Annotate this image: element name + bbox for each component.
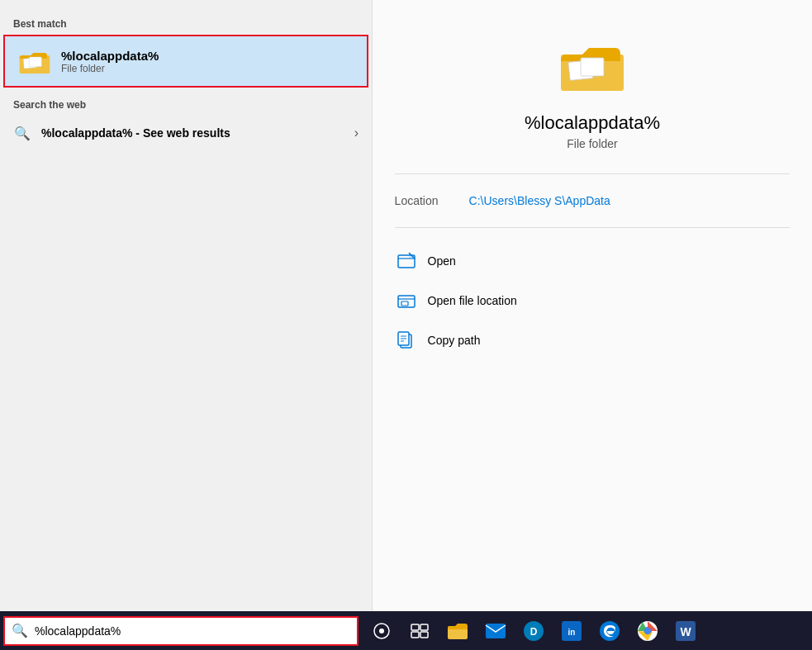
best-match-label: Best match	[0, 13, 372, 33]
open-label: Open	[428, 254, 456, 268]
copy-path-label: Copy path	[428, 334, 481, 347]
svg-rect-15	[411, 632, 419, 638]
best-match-title: %localappdata%	[61, 49, 159, 63]
web-result-text: %localappdata% - See web results	[41, 126, 354, 140]
svg-rect-16	[420, 632, 428, 638]
folder-icon-large	[18, 45, 51, 78]
right-panel: %localappdata% File folder Location C:\U…	[372, 0, 812, 611]
svg-rect-8	[401, 301, 408, 306]
taskbar: 🔍 D	[0, 611, 812, 650]
open-file-location-label: Open file location	[428, 294, 517, 307]
best-match-item[interactable]: %localappdata% File folder	[3, 35, 368, 88]
taskbar-search-icon: 🔍	[12, 623, 28, 638]
open-file-location-icon	[395, 289, 418, 312]
widgets-button[interactable]	[401, 613, 438, 649]
svg-text:in: in	[568, 628, 576, 637]
web-result-item[interactable]: 🔍 %localappdata% - See web results ›	[0, 116, 372, 150]
chevron-right-icon: ›	[354, 126, 359, 140]
location-value[interactable]: C:\Users\Blessy S\AppData	[469, 194, 610, 207]
svg-point-12	[379, 629, 384, 633]
search-web-label: Search the web	[0, 89, 372, 116]
dell-button[interactable]: D	[515, 613, 552, 649]
svg-rect-2	[29, 57, 41, 67]
chrome-button[interactable]	[629, 613, 666, 649]
mail-button[interactable]	[477, 613, 514, 649]
file-explorer-button[interactable]	[439, 613, 476, 649]
svg-rect-5	[581, 58, 604, 76]
result-type: File folder	[567, 137, 617, 150]
left-panel: Best match %localappdata% File folder Se…	[0, 0, 372, 611]
edge-button[interactable]	[591, 613, 628, 649]
svg-text:D: D	[530, 626, 538, 638]
copy-path-action[interactable]: Copy path	[395, 320, 791, 360]
svg-rect-13	[411, 624, 419, 630]
result-folder-icon	[559, 33, 625, 99]
svg-rect-14	[420, 624, 428, 630]
task-view-button[interactable]	[363, 613, 400, 649]
best-match-text: %localappdata% File folder	[61, 49, 159, 74]
action-list: Open Open file location	[395, 241, 791, 360]
linkedin-button[interactable]: in	[553, 613, 590, 649]
svg-point-26	[644, 628, 651, 634]
open-icon	[395, 249, 418, 273]
divider-bottom	[395, 227, 791, 228]
location-row: Location C:\Users\Blessy S\AppData	[395, 181, 791, 221]
svg-rect-18	[486, 624, 506, 638]
taskbar-search-bar[interactable]: 🔍	[3, 616, 359, 646]
result-title: %localappdata%	[525, 112, 660, 134]
search-icon: 🔍	[13, 124, 31, 142]
copy-path-icon	[395, 329, 418, 352]
location-label: Location	[395, 194, 469, 207]
taskbar-search-input[interactable]	[35, 624, 350, 638]
open-action[interactable]: Open	[395, 241, 791, 281]
svg-text:W: W	[680, 625, 691, 638]
open-file-location-action[interactable]: Open file location	[395, 281, 791, 320]
divider-top	[395, 173, 791, 174]
best-match-subtitle: File folder	[61, 63, 159, 74]
word-button[interactable]: W	[667, 613, 704, 649]
